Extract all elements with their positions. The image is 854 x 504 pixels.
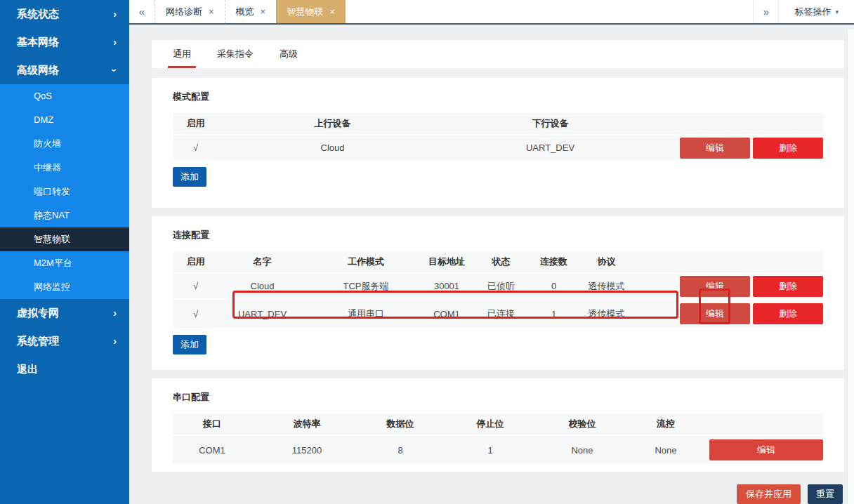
tab-actions-dropdown[interactable]: 标签操作 ▾: [778, 0, 854, 23]
edit-button[interactable]: 编辑: [709, 439, 823, 460]
header-flow-control: 流控: [622, 418, 709, 430]
sidebar-item-label: 退出: [17, 363, 38, 376]
tab-label: 概览: [236, 6, 254, 18]
tab-overview[interactable]: 概览 ×: [225, 0, 277, 23]
cell-downlink-device: UART_DEV: [447, 142, 654, 153]
table-row-uart-dev: √ UART_DEV 通用串口 COM1 已连接 1 透传模式 编辑 删除: [173, 298, 823, 328]
table-row: √ Cloud UART_DEV 编辑 删除: [173, 134, 823, 160]
sidebar-item-label: 基本网络: [17, 36, 59, 49]
delete-button[interactable]: 删除: [753, 138, 823, 159]
edit-button[interactable]: 编辑: [680, 276, 750, 297]
cell-name: UART_DEV: [218, 309, 306, 319]
cell-baud-rate: 115200: [251, 445, 362, 456]
header-downlink-device: 下行设备: [447, 117, 654, 130]
table-header-row: 启用 上行设备 下行设备: [173, 113, 823, 134]
close-icon[interactable]: ×: [209, 6, 214, 17]
save-apply-button[interactable]: 保存并应用: [737, 484, 801, 504]
caret-down-icon: ▾: [835, 8, 839, 15]
sidebar-item-system-status[interactable]: 系统状态 ›: [0, 0, 129, 28]
tab-advanced[interactable]: 高级: [280, 40, 298, 68]
chevron-right-icon: ›: [113, 308, 117, 318]
table-row: COM1 115200 8 1 None None 编辑: [173, 435, 823, 464]
section-title: 连接配置: [173, 226, 823, 251]
table-row-cloud: √ Cloud TCP服务端 30001 已侦听 0 透传模式 编辑 删除: [173, 272, 823, 298]
sidebar-item-dmz[interactable]: DMZ: [0, 108, 129, 132]
expand-tabs-icon[interactable]: »: [753, 0, 778, 23]
table-header-row: 接口 波特率 数据位 停止位 校验位 流控: [173, 413, 823, 435]
tab-network-diagnosis[interactable]: 网络诊断 ×: [155, 0, 225, 23]
add-button[interactable]: 添加: [173, 335, 206, 354]
edit-button[interactable]: 编辑: [680, 138, 750, 159]
close-icon[interactable]: ×: [329, 6, 335, 17]
cell-status: 已侦听: [468, 280, 534, 293]
top-bar-right: » 标签操作 ▾: [753, 0, 854, 23]
header-uplink-device: 上行设备: [218, 117, 447, 130]
sidebar-item-network-monitor[interactable]: 网络监控: [0, 275, 129, 299]
sidebar-submenu: QoS DMZ 防火墙 中继器 端口转发 静态NAT 智慧物联 M2M平台 网络…: [0, 84, 129, 299]
vertical-scrollbar[interactable]: [847, 29, 854, 504]
sidebar-item-advanced-network[interactable]: 高级网络 ›: [0, 56, 129, 84]
row-actions: 编辑 删除: [680, 138, 823, 159]
tab-smart-iot[interactable]: 智慧物联 ×: [276, 0, 346, 23]
header-connections: 连接数: [534, 256, 573, 268]
sidebar-item-port-forwarding[interactable]: 端口转发: [0, 180, 129, 204]
cell-target-address: 30001: [426, 281, 468, 291]
sidebar-item-vpn[interactable]: 虚拟专网 ›: [0, 299, 129, 327]
sidebar-item-firewall[interactable]: 防火墙: [0, 132, 129, 156]
sidebar-item-qos[interactable]: QoS: [0, 84, 129, 108]
connection-config-section: 连接配置 启用 名字 工作模式 目标地址 状态 连接数 协议 √ Cloud: [152, 216, 844, 370]
app-window: 系统状态 › 基本网络 › 高级网络 › QoS DMZ 防火墙 中继器 端口转…: [0, 0, 854, 504]
add-button[interactable]: 添加: [173, 167, 206, 187]
cell-connections: 1: [534, 309, 573, 319]
row-actions: 编辑: [709, 439, 823, 460]
cell-uplink-device: Cloud: [218, 142, 447, 153]
chevron-down-icon: ›: [110, 69, 120, 72]
sidebar-item-repeater[interactable]: 中继器: [0, 156, 129, 180]
sidebar-item-smart-iot[interactable]: 智慧物联: [0, 227, 129, 251]
content-area: 通用 采集指令 高级 模式配置 启用 上行设备 下行设备 √ Cloud UAR: [129, 25, 854, 504]
reset-button[interactable]: 重置: [808, 484, 843, 504]
chevron-right-icon: ›: [113, 9, 117, 19]
tab-general[interactable]: 通用: [173, 40, 191, 68]
cell-stop-bits: 1: [438, 445, 542, 456]
edit-button[interactable]: 编辑: [680, 303, 750, 324]
cell-target-address: COM1: [426, 309, 468, 319]
cell-enabled-check: √: [173, 142, 218, 153]
row-actions: 编辑 删除: [680, 276, 823, 297]
mode-config-section: 模式配置 启用 上行设备 下行设备 √ Cloud UART_DEV 编辑 删除: [152, 78, 844, 208]
content-tab-strip: 通用 采集指令 高级: [152, 40, 844, 68]
cell-status: 已连接: [468, 307, 534, 320]
sidebar-item-label: 高级网络: [17, 64, 59, 77]
header-name: 名字: [218, 256, 306, 268]
tab-label: 智慧物联: [287, 6, 323, 18]
close-icon[interactable]: ×: [261, 6, 266, 17]
sidebar-item-static-nat[interactable]: 静态NAT: [0, 204, 129, 227]
cell-connections: 0: [534, 281, 573, 291]
header-enabled: 启用: [173, 117, 218, 130]
collapse-tabs-icon[interactable]: «: [129, 0, 155, 23]
header-protocol: 协议: [573, 256, 640, 268]
header-stop-bits: 停止位: [438, 418, 542, 430]
section-title: 串口配置: [173, 388, 823, 413]
sidebar-item-logout[interactable]: 退出: [0, 355, 129, 383]
header-parity: 校验位: [542, 418, 622, 430]
sidebar-item-basic-network[interactable]: 基本网络 ›: [0, 28, 129, 56]
sidebar: 系统状态 › 基本网络 › 高级网络 › QoS DMZ 防火墙 中继器 端口转…: [0, 0, 129, 504]
connection-config-table: 启用 名字 工作模式 目标地址 状态 连接数 协议 √ Cloud TCP服务端…: [173, 251, 823, 328]
cell-flow-control: None: [622, 445, 709, 456]
sidebar-item-m2m-platform[interactable]: M2M平台: [0, 251, 129, 275]
top-tab-bar: « 网络诊断 × 概览 × 智慧物联 × » 标签操作 ▾: [129, 0, 854, 25]
header-work-mode: 工作模式: [306, 256, 426, 268]
cell-name: Cloud: [218, 281, 306, 291]
sidebar-item-system-management[interactable]: 系统管理 ›: [0, 327, 129, 355]
table-header-row: 启用 名字 工作模式 目标地址 状态 连接数 协议: [173, 251, 823, 272]
chevron-right-icon: ›: [113, 37, 117, 47]
cell-enabled-check: √: [173, 281, 218, 291]
cell-work-mode: 通用串口: [306, 307, 426, 320]
footer-actions: 保存并应用 重置: [152, 484, 844, 504]
delete-button[interactable]: 删除: [753, 303, 823, 324]
delete-button[interactable]: 删除: [753, 276, 823, 297]
serial-config-section: 串口配置 接口 波特率 数据位 停止位 校验位 流控 COM1 115200 8: [152, 378, 844, 472]
tab-collect-command[interactable]: 采集指令: [217, 40, 254, 68]
header-target-address: 目标地址: [426, 256, 468, 268]
